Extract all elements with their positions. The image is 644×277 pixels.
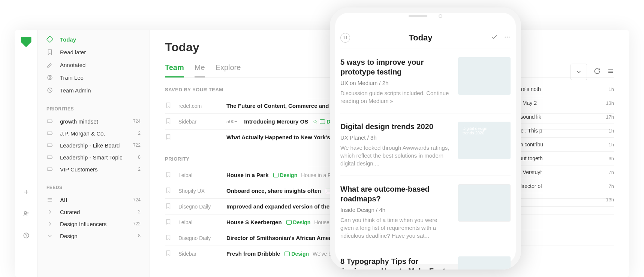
priority-label: Leadership - Like Board [60,142,133,149]
feed-row[interactable]: Curated2 [37,206,150,218]
priority-label: VIP Customers [60,166,138,173]
more-icon[interactable] [504,34,511,42]
back-text: ecture . This p [509,128,606,134]
phone-article-desc: We have looked through Awwwards ratings,… [340,144,451,167]
back-time: 17h [606,114,614,120]
tab-explore[interactable]: Explore [216,63,241,77]
sidebar-item-read-later[interactable]: Read later [37,46,150,58]
sidebar-icon [46,87,55,94]
logo-icon[interactable] [21,37,31,47]
priority-row[interactable]: growth mindset724 [37,115,150,127]
bookmark-icon[interactable] [165,171,174,179]
phone-article-title: 5 ways to improve your prototype testing [340,57,451,77]
priority-count: 2 [138,167,141,172]
back-article-list: . There's noth1hYuan May 213hould sound … [509,82,614,207]
back-row[interactable]: een put togeth3h [509,152,614,165]
sidebar-icon [46,36,55,43]
sidebar-item-team-admin[interactable]: Team Admin [37,84,150,97]
back-row[interactable]: ecture . This p1h [509,124,614,138]
back-row[interactable]: Hans Verstuyf7h [509,165,614,179]
svg-point-17 [505,37,506,38]
back-row[interactable]: 13h [509,193,614,207]
back-time: 3h [609,156,614,161]
priority-row[interactable]: Leadership - Like Board722 [37,139,150,151]
sidebar-item-annotated[interactable]: Annotated [37,58,150,71]
feed-label: Curated [60,209,138,215]
bookmark-icon[interactable] [165,187,174,195]
article-title: Onboard once, share insights often [226,188,321,194]
priority-label: Leadership - Smart Topic [60,154,138,161]
article-title: Introducing Mercury OS [244,118,308,125]
feed-row[interactable]: Design Influencers722 [37,218,150,230]
article-tag[interactable]: Design [286,219,311,225]
bookmark-icon[interactable] [165,203,174,210]
unread-badge[interactable]: 11 [340,33,350,43]
phone-header: 11 Today [340,33,511,49]
article-source: Disegno Daily [178,204,226,210]
bookmark-icon[interactable] [165,118,174,125]
phone-article[interactable]: Digital design trends 2020 UX Planet / 3… [340,113,511,176]
feed-label: All [60,197,133,203]
article-source: Sidebar [178,119,226,125]
sidebar-item-train-leo[interactable]: Train Leo [37,71,150,84]
back-row[interactable]: Yuan May 213h [509,96,614,110]
feed-icon [46,197,55,203]
feed-icon [46,220,55,227]
menu-icon[interactable] [607,68,614,76]
phone-article[interactable]: 5 ways to improve your prototype testing… [340,49,511,113]
back-row[interactable]: ould sound lik17h [509,110,614,124]
priority-count: 724 [133,119,141,124]
back-row[interactable]: . There's noth1h [509,82,614,96]
tag-icon [46,130,55,137]
feed-row[interactable]: All724 [37,194,150,206]
priority-row[interactable]: VIP Customers2 [37,163,150,175]
bookmark-icon[interactable] [165,218,174,226]
article-source: Shopify UX [178,188,226,194]
phone-article[interactable]: 8 Typography Tips for Designers: How to … [340,248,511,270]
article-tag[interactable]: Design [285,251,309,257]
priority-count: 8 [138,155,141,160]
refresh-icon[interactable] [594,68,601,76]
bookmark-icon[interactable] [165,102,174,110]
left-rail [15,30,37,277]
add-icon[interactable] [23,189,30,197]
priority-count: 2 [138,131,141,136]
svg-point-18 [507,37,508,38]
svg-point-6 [26,237,26,237]
back-text: . There's noth [509,86,606,92]
article-source: Leibal [178,172,226,178]
phone-article-title: What are outcome-based roadmaps? [340,184,451,204]
bookmark-icon[interactable] [165,234,174,242]
back-text: Hans Verstuyf [509,169,606,175]
phone-notch [409,14,442,18]
bookmark-icon[interactable] [165,133,174,141]
priority-row[interactable]: J.P. Morgan & Co.2 [37,127,150,139]
tab-team[interactable]: Team [165,63,184,77]
feed-row[interactable]: Design8 [37,230,150,242]
feed-count: 724 [133,197,141,203]
view-dropdown[interactable] [571,64,587,80]
help-icon[interactable] [23,232,30,240]
sidebar-label: Team Admin [60,87,91,94]
tab-me[interactable]: Me [195,63,205,77]
article-tag[interactable]: Design [273,172,298,178]
phone-article-thumb [458,256,511,270]
phone-article-title: 8 Typography Tips for Designers: How to … [340,256,451,270]
priority-row[interactable]: Leadership - Smart Topic8 [37,151,150,163]
article-source: redef.com [178,103,226,109]
check-icon[interactable] [491,34,498,42]
feed-label: Design [60,233,138,239]
phone-article[interactable]: What are outcome-based roadmaps? Inside … [340,176,511,248]
back-time: 13h [606,197,614,203]
back-row[interactable]: ystem contribu1h [509,138,614,152]
back-time: 1h [609,128,614,134]
add-user-icon[interactable] [23,210,30,219]
back-row[interactable]: ling director of7h [509,179,614,193]
sidebar-icon [46,74,55,81]
toolbar-right [571,64,614,80]
priority-label: J.P. Morgan & Co. [60,130,138,137]
sidebar-icon [46,61,55,68]
sidebar-item-today[interactable]: Today [37,33,150,46]
phone-article-meta: UX Planet / 3h [340,134,451,141]
bookmark-icon[interactable] [165,250,174,258]
